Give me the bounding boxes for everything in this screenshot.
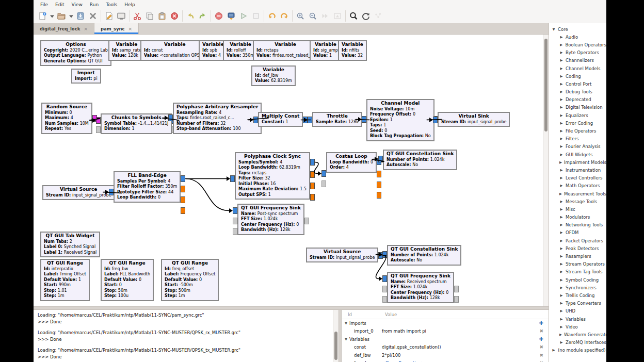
sidebar-item-synchronizers[interactable]: ▶Synchronizers xyxy=(549,284,606,291)
float-output-port[interactable] xyxy=(310,183,315,189)
sidebar-item-control-port[interactable]: ▶Control Port xyxy=(549,80,606,88)
sidebar-item-deprecated[interactable]: ▶Deprecated xyxy=(549,96,606,104)
block-par[interactable]: Polyphase Arbitrary ResamplerResampling … xyxy=(173,103,262,134)
tab-close-icon[interactable]: × xyxy=(128,26,133,31)
sidebar-item-level-controllers[interactable]: ▶Level Controllers xyxy=(549,174,606,182)
variables-group-variables[interactable]: ▼Variables✚ xyxy=(342,335,549,343)
sidebar-item-channel-models[interactable]: ▶Channel Models xyxy=(549,64,606,72)
properties-button[interactable] xyxy=(103,10,115,22)
chevron-right-icon[interactable]: ▶ xyxy=(559,43,563,47)
float-output-port[interactable] xyxy=(181,196,185,203)
chevron-down-icon[interactable]: ▼ xyxy=(552,27,556,31)
block-var_nfilts[interactable]: VariableId: nfiltsValue: 32 xyxy=(338,40,367,61)
variable-row-const[interactable]: constdigital.qpsk_constellation()✖ xyxy=(342,343,549,352)
float-output-port[interactable] xyxy=(181,186,185,192)
sidebar-item-no-module-specified[interactable]: ▶(no module specified) xyxy=(549,347,606,354)
block-vsink[interactable]: Virtual SinkStream ID: input_signal_prob… xyxy=(438,112,510,127)
chevron-right-icon[interactable]: ▶ xyxy=(559,97,564,102)
chevron-right-icon[interactable]: ▶ xyxy=(552,348,556,352)
block-import_pi[interactable]: ImportImport: pi xyxy=(71,69,101,84)
sidebar-item-impairment-models[interactable]: ▶Impairment Models xyxy=(549,158,606,166)
block-fll[interactable]: FLL Band-EdgeSamples Per Symbol: 4Filter… xyxy=(114,171,181,203)
menu-view[interactable]: View xyxy=(68,2,86,7)
float-output-port[interactable] xyxy=(377,182,381,188)
add-icon[interactable]: ✚ xyxy=(539,335,543,343)
complex-input-port[interactable] xyxy=(321,170,326,177)
horizontal-splitter[interactable] xyxy=(34,306,549,310)
chevron-right-icon[interactable]: ▶ xyxy=(559,325,564,329)
block-pclk[interactable]: Polyphase Clock SyncSamples/Symbol: 4Loo… xyxy=(235,152,310,200)
chevron-right-icon[interactable]: ▶ xyxy=(559,293,564,298)
close-button[interactable] xyxy=(87,10,99,22)
chevron-right-icon[interactable]: ▶ xyxy=(559,129,564,133)
redo-button[interactable] xyxy=(197,10,209,22)
block-chunks[interactable]: Chunks to SymbolsSymbol Table: -1.4...1.… xyxy=(101,113,172,134)
chevron-right-icon[interactable]: ▶ xyxy=(559,67,564,71)
chevron-right-icon[interactable]: ▶ xyxy=(559,35,564,39)
chevron-right-icon[interactable]: ▶ xyxy=(559,246,564,251)
complex-input-port[interactable] xyxy=(382,275,387,282)
sidebar-item-debug-tools[interactable]: ▶Debug Tools xyxy=(549,88,606,96)
sidebar-item-video[interactable]: ▶Video xyxy=(549,323,606,331)
remove-icon[interactable]: ✖ xyxy=(539,343,543,352)
sidebar-item-modulators[interactable]: ▶Modulators xyxy=(549,213,606,221)
chevron-right-icon[interactable]: ▶ xyxy=(559,286,564,290)
complex-input-port[interactable] xyxy=(308,117,312,123)
block-freqsink2[interactable]: QT GUI Frequency SinkName: Received spec… xyxy=(387,272,454,303)
sidebar-item-zeromq-interfaces[interactable]: ▶ZeroMQ Interfaces xyxy=(549,339,606,347)
zoom-in-button[interactable] xyxy=(294,10,307,22)
sidebar-item-message-tools[interactable]: ▶Message Tools xyxy=(549,198,606,205)
paste-button[interactable] xyxy=(156,10,168,22)
chevron-right-icon[interactable]: ▶ xyxy=(559,200,564,204)
sidebar-item-uhd[interactable]: ▶UHD xyxy=(549,307,606,315)
chevron-right-icon[interactable]: ▶ xyxy=(559,239,564,243)
chevron-right-icon[interactable]: ▶ xyxy=(559,74,564,78)
block-constsink1[interactable]: QT GUI Constellation SinkNumber of Point… xyxy=(383,150,457,170)
msg-output-port[interactable] xyxy=(304,218,309,224)
float-output-port[interactable] xyxy=(310,194,315,201)
zoom-out-button[interactable] xyxy=(307,10,319,22)
complex-input-port[interactable] xyxy=(253,117,258,123)
msg-input-port[interactable] xyxy=(233,228,237,235)
chevron-right-icon[interactable]: ▶ xyxy=(559,254,564,258)
block-range_freq_bw[interactable]: QT GUI RangeId: freq_bwLabel: FLL Bandwi… xyxy=(101,259,154,301)
chevron-right-icon[interactable]: ▶ xyxy=(559,192,562,196)
complex-input-port[interactable] xyxy=(233,207,237,214)
save-button[interactable] xyxy=(74,10,87,22)
sidebar-item-networking-tools[interactable]: ▶Networking Tools xyxy=(549,221,606,229)
sidebar-item-error-coding[interactable]: ▶Error Coding xyxy=(549,119,606,127)
sidebar-item-peak-detectors[interactable]: ▶Peak Detectors xyxy=(549,244,606,252)
rotate-ccw-button[interactable] xyxy=(266,10,278,22)
chevron-right-icon[interactable]: ▶ xyxy=(559,207,564,211)
sidebar-item-waveform-generators[interactable]: ▶Waveform Generators xyxy=(549,331,606,338)
chevron-right-icon[interactable]: ▶ xyxy=(559,317,564,321)
errors-button[interactable] xyxy=(213,10,225,22)
sidebar-item-gui-widgets[interactable]: ▶GUI Widgets xyxy=(549,151,606,158)
chevron-right-icon[interactable]: ▶ xyxy=(559,278,564,282)
chevron-right-icon[interactable]: ▶ xyxy=(559,262,564,266)
menu-run[interactable]: Run xyxy=(86,2,102,7)
block-constsink2[interactable]: QT GUI Constellation SinkNumber of Point… xyxy=(387,245,461,266)
block-tabwidget[interactable]: QT GUI Tab WidgetNum Tabs: 2Label 0: Syn… xyxy=(40,232,100,257)
execute-button[interactable] xyxy=(237,10,250,22)
sidebar-item-fourier-analysis[interactable]: ▶Fourier Analysis xyxy=(549,143,606,151)
complex-output-port[interactable] xyxy=(303,117,308,123)
sidebar-item-stream-operators[interactable]: ▶Stream Operators xyxy=(549,260,606,268)
connection-wire[interactable] xyxy=(314,162,318,174)
add-icon[interactable]: ✚ xyxy=(539,319,543,327)
float-output-port[interactable] xyxy=(181,207,185,214)
chevron-right-icon[interactable]: ▶ xyxy=(559,231,564,235)
complex-input-port[interactable] xyxy=(362,116,366,123)
block-range_interpratio[interactable]: QT GUI RangeId: interpratioLabel: Tming … xyxy=(40,259,90,301)
menu-file[interactable]: File xyxy=(37,2,52,7)
copy-button[interactable] xyxy=(143,10,156,22)
sidebar-item-trellis-coding[interactable]: ▶Trellis Coding xyxy=(549,291,606,299)
complex-input-port[interactable] xyxy=(168,114,173,121)
block-var_rrctaps[interactable]: VariableId: rrctapsValue: firdes.root_ra… xyxy=(253,40,318,61)
byte-input-port[interactable] xyxy=(96,117,101,124)
remove-icon[interactable]: ✖ xyxy=(539,359,543,362)
sidebar-item-boolean-operators[interactable]: ▶Boolean Operators xyxy=(549,41,606,48)
variable-row-import_0[interactable]: import_0from math import pi✖ xyxy=(342,327,549,336)
chevron-right-icon[interactable]: ▶ xyxy=(559,215,564,219)
sidebar-item-file-operators[interactable]: ▶File Operators xyxy=(549,127,606,135)
